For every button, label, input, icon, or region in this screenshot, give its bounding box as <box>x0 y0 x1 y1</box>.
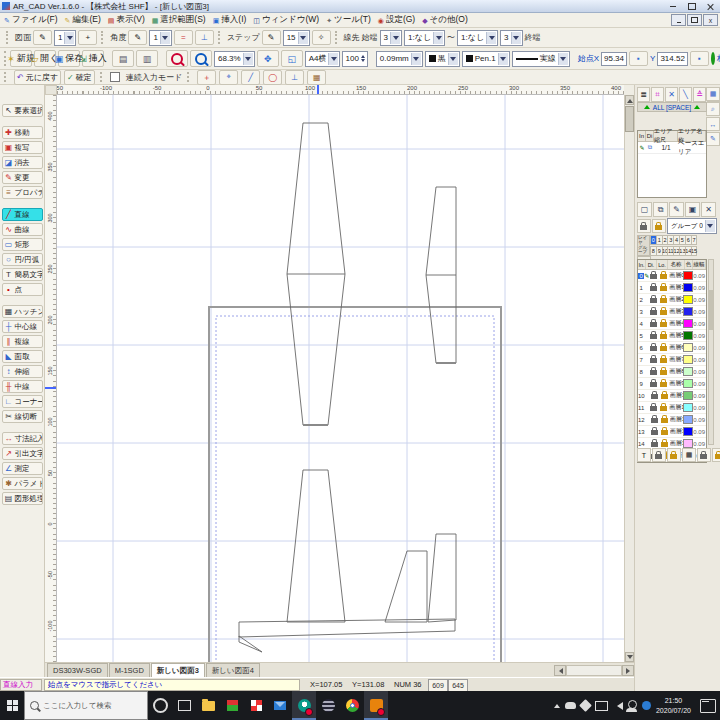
layer-lock-icon[interactable] <box>650 298 657 303</box>
layer-row[interactable]: 2 ✎ 画層2 0.09 <box>638 294 706 306</box>
area-delete-button[interactable]: ✕ <box>701 202 716 217</box>
zoom-select[interactable]: 68.3% <box>214 51 255 67</box>
lock-all-button[interactable] <box>652 448 666 462</box>
layer-lock-icon[interactable] <box>650 322 657 327</box>
layer-print-lock-icon[interactable] <box>660 334 667 339</box>
striped-app-button[interactable] <box>316 691 340 720</box>
linecap-start-size-select[interactable]: 3 <box>380 30 402 46</box>
menu-item[interactable]: ✦ ツール(T) <box>326 14 371 26</box>
scale-spinner[interactable]: 100 <box>342 51 367 67</box>
tool-leader[interactable]: ↗ 引出文字 <box>2 447 43 460</box>
angle-snap-icon[interactable]: ≙ <box>693 87 706 102</box>
document-tab[interactable]: M-1SGD <box>109 663 150 677</box>
insert-button[interactable]: ⇲挿入 <box>82 50 104 67</box>
tool-shape-process[interactable]: ▤ 図形処理 <box>2 492 43 505</box>
layer-print-lock-icon[interactable] <box>660 382 667 387</box>
tool-stretch[interactable]: ↕ 伸縮 <box>2 365 43 378</box>
fit-page-button[interactable]: ◱ <box>281 50 303 67</box>
mini-grid-icon[interactable]: ▦ <box>706 87 720 101</box>
menu-item[interactable]: ◆ その他(O) <box>422 14 468 26</box>
cortana-button[interactable] <box>148 691 172 720</box>
tool-measure[interactable]: ∠ 測定 <box>2 462 43 475</box>
close-button[interactable] <box>701 0 720 12</box>
layer-print-lock-icon[interactable] <box>660 406 667 411</box>
people-icon[interactable] <box>628 700 637 709</box>
mail-app-button[interactable] <box>268 691 292 720</box>
toolbar-grip[interactable] <box>100 72 105 82</box>
zoom-in-button[interactable] <box>190 50 212 67</box>
tab-scroll-right-arrow[interactable] <box>622 665 634 676</box>
grid-app-button[interactable] <box>244 691 268 720</box>
layer-print-lock-icon[interactable] <box>661 394 668 399</box>
toolbar-grip[interactable] <box>187 72 192 82</box>
speaker-icon[interactable] <box>613 702 623 710</box>
store-app-button[interactable] <box>220 691 244 720</box>
grid-snap-icon[interactable]: ⌗ <box>651 87 664 102</box>
scroll-up-arrow[interactable] <box>625 95 634 105</box>
layer-print-lock-icon[interactable] <box>661 430 668 435</box>
toolbar-grip[interactable] <box>6 31 11 44</box>
layer-print-lock-icon[interactable] <box>660 346 667 351</box>
mini-fit-icon[interactable]: ↔ <box>706 117 720 131</box>
menu-item[interactable]: ▤ 表示(V) <box>108 14 145 26</box>
layer-lock-icon[interactable] <box>650 370 657 375</box>
coord-refresh-icon[interactable] <box>711 52 715 65</box>
layer-row[interactable]: 0 ✎ 画層0 0.09 <box>638 270 706 282</box>
step-settings-button[interactable]: ✎ <box>262 30 281 45</box>
toolbar-grip[interactable] <box>4 72 9 82</box>
angle-perpendicular-button[interactable]: ⊥ <box>195 30 214 45</box>
scroll-down-arrow[interactable] <box>625 652 634 662</box>
cross-snap-icon[interactable]: ✕ <box>665 87 678 102</box>
tool-dimension[interactable]: ↔ 寸法記入 <box>2 432 43 445</box>
linecap-start-type-select[interactable]: 1:なし <box>404 30 445 46</box>
teal-app-button[interactable] <box>292 691 316 720</box>
linecap-end-size-select[interactable]: 3 <box>500 30 522 46</box>
group-unlock-icon[interactable] <box>652 219 666 233</box>
pen-select[interactable]: Pen.1 <box>462 51 510 67</box>
paper-size-select[interactable]: A4横 <box>305 51 341 67</box>
tool-properties[interactable]: ≡ プロパティ <box>2 186 43 199</box>
layer-color-chip[interactable] <box>683 295 693 304</box>
tool-centerline[interactable]: ┼ 中心線 <box>2 320 43 333</box>
layer-color-chip[interactable] <box>683 271 693 280</box>
bluetooth-icon[interactable] <box>642 701 651 710</box>
layer-row[interactable]: 9 ✎ 画層9 0.09 <box>638 378 706 390</box>
menu-item[interactable]: ✎ 編集(E) <box>65 14 101 26</box>
layer-lock-icon[interactable] <box>651 442 658 447</box>
menu-item[interactable]: ✎ ファイル(F) <box>4 14 58 26</box>
drawing-canvas[interactable] <box>57 95 624 662</box>
tool-erase[interactable]: ◪ 消去 <box>2 156 43 169</box>
tab-scroll-left-arrow[interactable] <box>554 665 566 676</box>
layer-color-chip[interactable] <box>683 331 693 340</box>
layer-lock-icon[interactable] <box>650 286 657 291</box>
layer-row[interactable]: 10 ✎ 画層10 0.09 <box>638 390 706 402</box>
space-indicator[interactable]: ALL [SPACE] <box>637 102 707 112</box>
sheet-add-button[interactable]: + <box>78 30 97 45</box>
layer-row[interactable]: 4 ✎ 画層4 0.09 <box>638 318 706 330</box>
sheet-settings-button[interactable]: ✎ <box>33 30 52 45</box>
group-select[interactable]: グループ 0 <box>667 218 717 234</box>
layer-lock-icon[interactable] <box>650 382 657 387</box>
layer-color-chip[interactable] <box>683 403 693 412</box>
layer-print-lock-icon[interactable] <box>660 298 667 303</box>
layer-color-chip[interactable] <box>683 439 693 448</box>
start-y-input[interactable]: 314.52 <box>657 52 687 66</box>
menu-item[interactable]: ▦ 選択範囲(S) <box>152 14 206 26</box>
toolbar-grip[interactable] <box>218 31 223 44</box>
display-icon[interactable] <box>595 701 608 711</box>
layer-row[interactable]: 6 ✎ 画層6 0.09 <box>638 342 706 354</box>
orange-app-button[interactable] <box>364 691 388 720</box>
open-button[interactable]: ▱開く <box>34 50 56 67</box>
layer-row[interactable]: 1 ✎ 画層1 0.09 <box>638 282 706 294</box>
lock-hatch-button[interactable] <box>697 448 711 462</box>
tool-point[interactable]: • 点 <box>2 283 43 296</box>
layer-print-lock-icon[interactable] <box>661 442 668 447</box>
mini-edit-icon[interactable]: ✎ <box>706 132 720 146</box>
taskbar-search-input[interactable]: ここに入力して検索 <box>24 691 148 720</box>
tool-chamfer[interactable]: ◣ 面取 <box>2 350 43 363</box>
print-button[interactable]: ▤ <box>112 50 134 67</box>
mini-zoom-icon[interactable]: ⌕ <box>706 102 720 116</box>
angle-select[interactable]: 1 <box>149 30 171 46</box>
zoom-out-button[interactable] <box>166 50 188 67</box>
new-button[interactable]: ✶新規 <box>10 50 32 67</box>
